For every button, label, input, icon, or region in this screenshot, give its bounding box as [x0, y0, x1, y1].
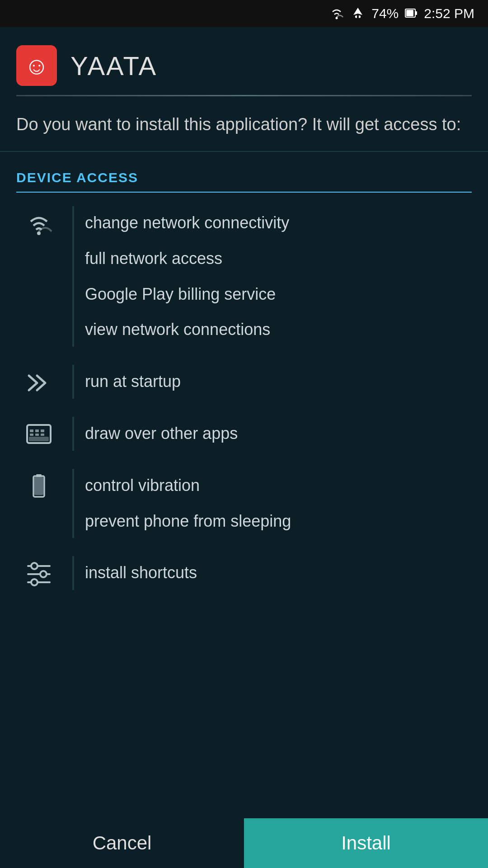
svg-rect-14	[36, 474, 42, 477]
app-header: ☺ YAATA	[0, 27, 488, 95]
status-icons: 74% 2:52 PM	[329, 6, 474, 21]
perm-control-vibration: control vibration	[85, 469, 472, 503]
svg-rect-3	[406, 10, 413, 16]
permissions-section: DEVICE ACCESS change network connectivit…	[0, 161, 488, 590]
svg-rect-8	[35, 429, 39, 432]
permission-group-network: change network connectivity full network…	[16, 206, 472, 347]
perm-view-network: view network connections	[85, 313, 472, 347]
app-name: YAATA	[70, 51, 157, 81]
header-divider	[16, 95, 472, 96]
airplane-status-icon	[351, 7, 365, 20]
permission-group-draw: draw over other apps	[16, 417, 472, 451]
svg-point-19	[40, 571, 47, 577]
battery-percent: 74%	[371, 6, 399, 21]
bottom-spacer	[0, 608, 488, 667]
permission-group-vibration: control vibration prevent phone from sle…	[16, 469, 472, 538]
cancel-button[interactable]: Cancel	[0, 818, 244, 868]
svg-rect-2	[415, 11, 417, 15]
vibration-icon	[27, 472, 51, 500]
startup-icon	[24, 368, 53, 397]
install-button[interactable]: Install	[244, 818, 488, 868]
perm-prevent-sleep: prevent phone from sleeping	[85, 505, 472, 538]
shortcuts-items: install shortcuts	[85, 556, 472, 590]
draw-items: draw over other apps	[85, 417, 472, 451]
network-divider	[72, 206, 74, 347]
section-divider	[0, 151, 488, 152]
svg-rect-15	[34, 477, 43, 495]
section-title: DEVICE ACCESS	[16, 161, 472, 192]
svg-rect-11	[35, 434, 39, 436]
perm-install-shortcuts: install shortcuts	[85, 556, 472, 590]
network-icon-col	[16, 206, 61, 239]
permission-group-startup: run at startup	[16, 365, 472, 399]
sliders-icon	[24, 560, 53, 587]
svg-rect-12	[41, 434, 44, 436]
status-bar: 74% 2:52 PM	[0, 0, 488, 27]
svg-point-0	[336, 17, 338, 19]
battery-status-icon	[405, 7, 418, 20]
vibration-divider	[72, 469, 74, 538]
svg-rect-10	[30, 434, 33, 436]
startup-items: run at startup	[85, 365, 472, 399]
shortcuts-icon-col	[16, 556, 61, 587]
wifi-icon	[24, 210, 53, 239]
draw-icon	[25, 420, 52, 448]
svg-point-21	[31, 579, 38, 585]
perm-full-network: full network access	[85, 242, 472, 276]
draw-divider	[72, 417, 74, 451]
draw-icon-col	[16, 417, 61, 448]
svg-rect-9	[41, 429, 44, 432]
wifi-status-icon	[329, 7, 344, 20]
network-items: change network connectivity full network…	[85, 206, 472, 347]
clock: 2:52 PM	[424, 6, 474, 21]
permission-group-shortcuts: install shortcuts	[16, 556, 472, 590]
svg-point-17	[31, 563, 38, 569]
bottom-buttons: Cancel Install	[0, 818, 488, 868]
startup-divider	[72, 365, 74, 399]
perm-run-startup: run at startup	[85, 365, 472, 399]
perm-google-billing: Google Play billing service	[85, 278, 472, 311]
section-title-divider	[16, 192, 472, 193]
shortcuts-divider	[72, 556, 74, 590]
description-text: Do you want to install this application?…	[0, 107, 488, 151]
perm-draw-over: draw over other apps	[85, 417, 472, 451]
svg-rect-7	[30, 429, 33, 432]
vibration-items: control vibration prevent phone from sle…	[85, 469, 472, 538]
smiley-icon: ☺	[24, 52, 49, 80]
app-icon: ☺	[16, 45, 57, 86]
perm-change-network: change network connectivity	[85, 206, 472, 240]
startup-icon-col	[16, 365, 61, 397]
vibration-icon-col	[16, 469, 61, 500]
svg-rect-6	[29, 437, 49, 441]
svg-point-4	[37, 231, 41, 235]
